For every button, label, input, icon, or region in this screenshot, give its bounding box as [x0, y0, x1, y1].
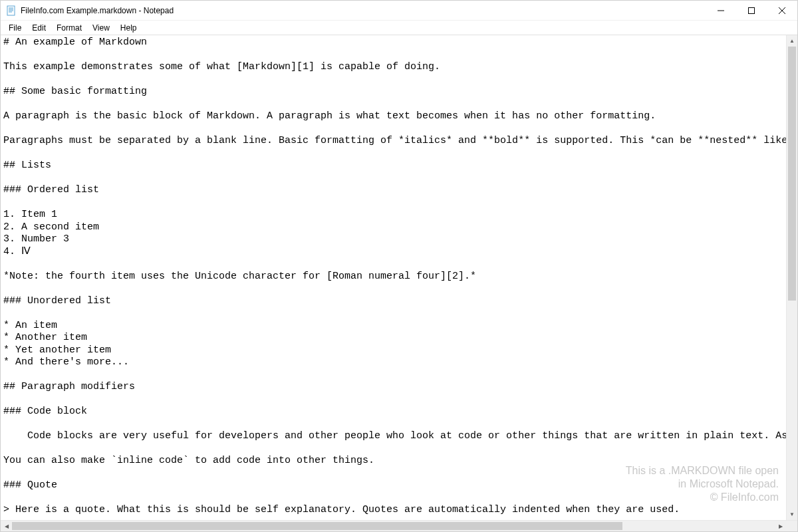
- menu-file[interactable]: File: [3, 22, 27, 34]
- scroll-left-arrow-icon[interactable]: ◀: [1, 521, 12, 531]
- scrollbar-corner: [786, 521, 797, 531]
- content-area: # An example of Markdown This example de…: [1, 35, 797, 520]
- window-title: FileInfo.com Example.markdown - Notepad: [21, 6, 706, 15]
- vertical-scroll-track[interactable]: [787, 47, 797, 509]
- maximize-button[interactable]: [736, 1, 767, 20]
- scroll-right-arrow-icon[interactable]: ▶: [775, 521, 786, 531]
- minimize-icon: [718, 7, 724, 14]
- horizontal-scrollbar[interactable]: ◀ ▶: [1, 520, 797, 531]
- menu-edit[interactable]: Edit: [27, 22, 51, 34]
- scroll-down-arrow-icon[interactable]: ▼: [787, 509, 797, 520]
- window-controls: [706, 1, 797, 20]
- menu-format[interactable]: Format: [51, 22, 87, 34]
- vertical-scrollbar[interactable]: ▲ ▼: [786, 35, 797, 520]
- menu-view[interactable]: View: [87, 22, 115, 34]
- text-editor[interactable]: # An example of Markdown This example de…: [1, 35, 786, 520]
- menu-help[interactable]: Help: [115, 22, 142, 34]
- notepad-icon: [6, 5, 17, 16]
- maximize-icon: [748, 7, 755, 14]
- title-bar: FileInfo.com Example.markdown - Notepad: [1, 1, 797, 21]
- scroll-up-arrow-icon[interactable]: ▲: [787, 35, 797, 47]
- horizontal-scroll-thumb[interactable]: [12, 522, 622, 530]
- menu-bar: File Edit Format View Help: [1, 21, 797, 35]
- minimize-button[interactable]: [706, 1, 736, 20]
- horizontal-scroll-track[interactable]: [12, 521, 775, 531]
- svg-rect-6: [749, 7, 755, 13]
- vertical-scroll-thumb[interactable]: [788, 47, 796, 301]
- close-icon: [779, 7, 785, 14]
- close-button[interactable]: [767, 1, 797, 20]
